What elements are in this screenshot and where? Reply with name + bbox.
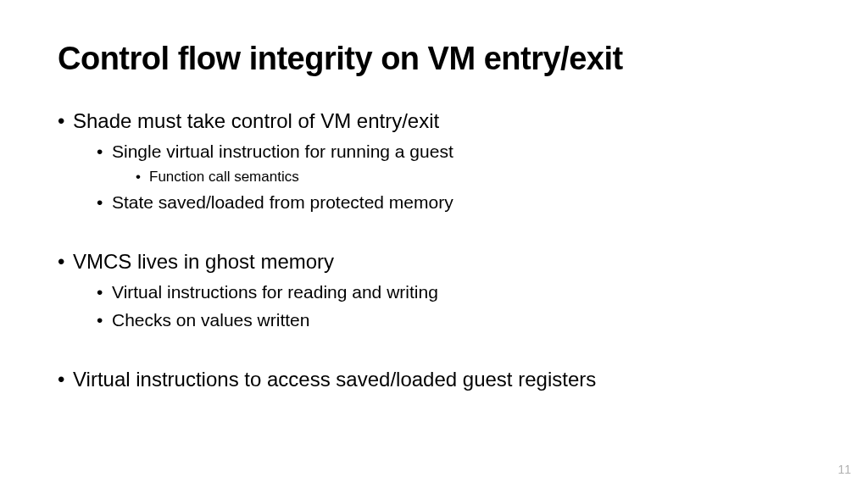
bullet-level1: VMCS lives in ghost memory Virtual instr… — [58, 248, 810, 332]
bullet-text: Virtual instructions for reading and wri… — [112, 282, 438, 302]
bullet-text: Function call semantics — [149, 169, 299, 185]
bullet-level1: Shade must take control of VM entry/exit… — [58, 108, 810, 214]
slide-title: Control flow integrity on VM entry/exit — [58, 41, 810, 77]
bullet-sublist: Function call semantics — [112, 168, 810, 187]
bullet-level3: Function call semantics — [136, 168, 810, 187]
bullet-text: Checks on values written — [112, 310, 309, 330]
bullet-text: VMCS lives in ghost memory — [73, 250, 334, 273]
bullet-level2: Checks on values written — [97, 308, 810, 332]
bullet-text: State saved/loaded from protected memory — [112, 192, 453, 212]
bullet-sublist: Single virtual instruction for running a… — [73, 140, 810, 214]
slide: Control flow integrity on VM entry/exit … — [0, 0, 868, 393]
bullet-list: Shade must take control of VM entry/exit… — [58, 108, 810, 393]
spacer — [58, 218, 810, 245]
bullet-text: Single virtual instruction for running a… — [112, 141, 453, 161]
page-number: 11 — [837, 463, 851, 476]
spacer — [58, 336, 810, 363]
bullet-sublist: Virtual instructions for reading and wri… — [73, 280, 810, 332]
bullet-level2: State saved/loaded from protected memory — [97, 191, 810, 214]
bullet-level2: Single virtual instruction for running a… — [97, 140, 810, 186]
bullet-level2: Virtual instructions for reading and wri… — [97, 280, 810, 304]
bullet-text: Virtual instructions to access saved/loa… — [73, 368, 596, 391]
bullet-level1: Virtual instructions to access saved/loa… — [58, 366, 810, 393]
bullet-text: Shade must take control of VM entry/exit — [73, 109, 439, 132]
